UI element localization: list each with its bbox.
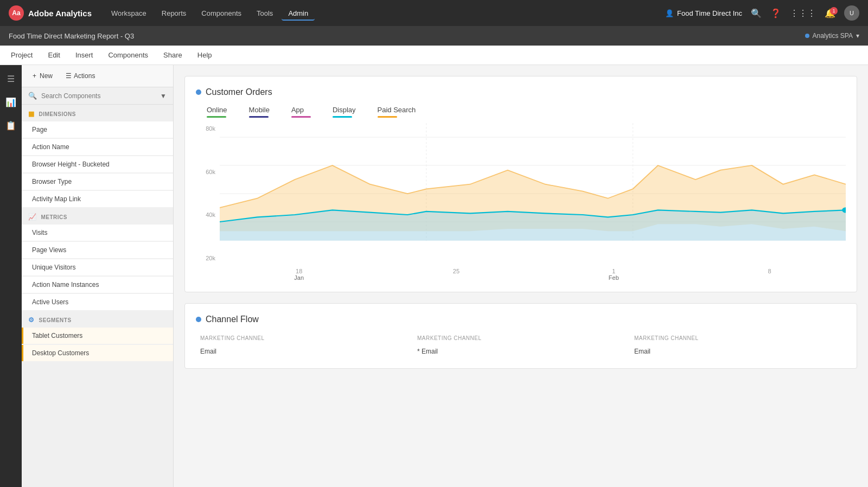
y-label-80k: 80k [206,125,215,132]
left-panel: + New ☰ Actions 🔍 ▼ ▦ DIMENSIONS Page Ac… [22,65,174,487]
dimensions-header: ▦ DIMENSIONS [22,105,173,121]
segment-desktop-customers[interactable]: Desktop Customers [22,345,173,361]
analytics-spa-selector[interactable]: Analytics SPA ▾ [805,32,859,40]
plus-icon: + [33,72,36,80]
nav-tools[interactable]: Tools [250,6,279,21]
x-group-feb: 1 Feb [609,268,619,281]
company-icon: 👤 [665,9,674,17]
menu-components[interactable]: Components [106,49,150,61]
dimension-browser-type[interactable]: Browser Type [22,174,173,190]
chart1-dot [196,89,201,95]
metric-active-users[interactable]: Active Users [22,294,173,310]
project-title: Food Time Direct Marketing Report - Q3 [9,32,134,40]
menu-help[interactable]: Help [195,49,214,61]
x-group-jan: 18 Jan [294,268,304,281]
sidebar-list-icon[interactable]: 📋 [3,118,18,133]
sidebar-panel-icon[interactable]: ☰ [5,72,17,86]
menu-project[interactable]: Project [9,49,35,61]
chart1-title-row: Customer Orders [196,87,846,97]
x-sublabel-feb: Feb [609,274,619,281]
dimension-activity-map[interactable]: Activity Map Link [22,191,173,207]
actions-button[interactable]: ☰ Actions [61,71,99,81]
top-nav-right: 👤 Food Time Direct Inc 🔍 ❓ ⋮⋮⋮ 🔔 1 U [665,5,859,21]
channel-rows: Email * Email Email [196,345,846,357]
chart1-legend: Online Mobile App Display Paid Search [196,106,846,123]
area-display [220,210,846,240]
sidebar-chart-icon[interactable]: 📊 [3,95,18,110]
metric-action-name-instances[interactable]: Action Name Instances [22,277,173,293]
dimension-page[interactable]: Page [22,121,173,138]
company-name: 👤 Food Time Direct Inc [665,9,742,17]
segments-icon: ⚙ [28,316,35,324]
dimensions-icon: ▦ [28,110,35,118]
app-name: Adobe Analytics [28,9,92,18]
top-nav-links: Workspace Reports Components Tools Admin [105,6,652,21]
nav-components[interactable]: Components [195,6,248,21]
x-label-18: 18 [294,268,304,274]
x-label-25: 25 [453,268,459,274]
y-axis: 80k 60k 40k 20k [196,123,220,281]
search-input[interactable] [41,92,156,100]
metric-unique-visitors[interactable]: Unique Visitors [22,259,173,275]
chart2-dot [196,317,201,322]
notification-bell[interactable]: 🔔 1 [825,8,835,18]
channel-header-1: MARKETING CHANNEL [196,333,412,343]
nav-admin[interactable]: Admin [282,6,315,21]
app-logo[interactable]: Aa Adobe Analytics [9,5,92,21]
dimension-browser-height[interactable]: Browser Height - Bucketed [22,156,173,172]
x-group-25: 25 [453,268,459,281]
metric-visits[interactable]: Visits [22,225,173,241]
user-avatar[interactable]: U [844,5,859,21]
legend-paid-search: Paid Search [378,106,416,118]
y-label-60k: 60k [206,169,215,175]
metric-page-views[interactable]: Page Views [22,242,173,258]
nav-workspace[interactable]: Workspace [105,6,153,21]
chart1-svg [220,123,846,264]
metrics-header: 📈 METRICS [22,208,173,224]
channel-row-1-col2: * Email [413,345,629,357]
y-label-40k: 40k [206,212,215,218]
channel-table-headers: MARKETING CHANNEL MARKETING CHANNEL MARK… [196,333,846,343]
channel-flow-section: Channel Flow MARKETING CHANNEL MARKETING… [184,303,857,369]
legend-paid-search-line [378,116,397,118]
channel-header-3: MARKETING CHANNEL [630,333,846,343]
apps-icon[interactable]: ⋮⋮⋮ [790,8,816,18]
legend-mobile: Mobile [249,106,270,118]
filter-icon[interactable]: ▼ [160,92,167,100]
legend-online: Online [207,106,227,118]
segment-tablet-customers[interactable]: Tablet Customers [22,328,173,344]
new-button[interactable]: + New [28,71,57,81]
help-icon[interactable]: ❓ [770,8,781,18]
chart1-svg-container: 18 Jan 25 1 Feb 8 [220,123,846,281]
panel-toolbar: + New ☰ Actions [22,65,173,87]
x-label-8: 8 [768,268,771,274]
dimension-action-name[interactable]: Action Name [22,139,173,155]
chevron-down-icon: ▾ [856,32,859,40]
x-axis: 18 Jan 25 1 Feb 8 [220,266,846,281]
segments-header: ⚙ SEGMENTS [22,311,173,327]
analytics-spa-label: Analytics SPA [813,32,853,40]
notification-badge: 1 [830,7,838,15]
chart2-title-row: Channel Flow [196,315,846,324]
legend-display-line [333,116,352,118]
main-content: Customer Orders Online Mobile App Displa… [174,65,868,487]
legend-app: App [291,106,311,118]
top-nav: Aa Adobe Analytics Workspace Reports Com… [0,0,868,26]
nav-reports[interactable]: Reports [155,6,193,21]
x-label-1: 1 [609,268,619,274]
actions-icon: ☰ [66,72,72,80]
chart1-area: 80k 60k 40k 20k [196,123,846,281]
menu-share[interactable]: Share [161,49,184,61]
menu-edit[interactable]: Edit [46,49,62,61]
main-layout: ☰ 📊 📋 + New ☰ Actions 🔍 ▼ ▦ DIMENSIONS P… [0,65,868,487]
customer-orders-section: Customer Orders Online Mobile App Displa… [184,76,857,292]
x-group-8: 8 [768,268,771,281]
legend-app-line [291,116,311,118]
metrics-icon: 📈 [28,213,37,221]
search-icon[interactable]: 🔍 [751,8,762,18]
menu-bar: Project Edit Insert Components Share Hel… [0,46,868,65]
menu-insert[interactable]: Insert [73,49,95,61]
x-sublabel-jan: Jan [294,274,304,281]
chart2-title: Channel Flow [206,315,259,324]
second-nav: Food Time Direct Marketing Report - Q3 A… [0,26,868,46]
